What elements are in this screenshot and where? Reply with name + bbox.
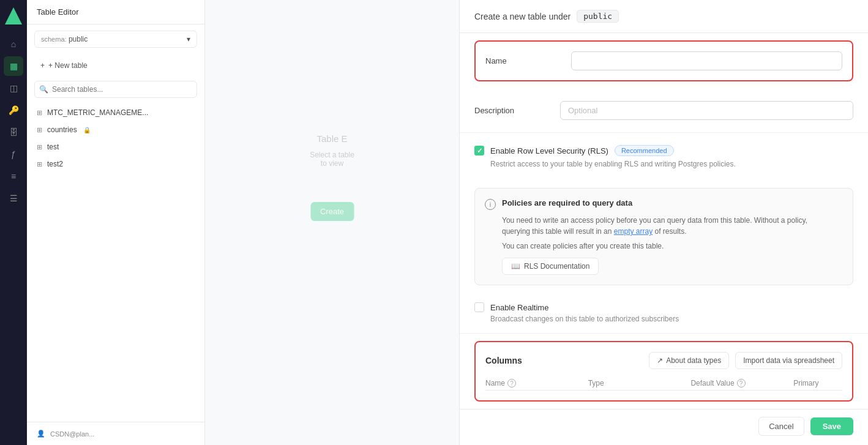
user-label: CSDN@plan... (50, 430, 94, 438)
realtime-section: Enable Realtime Broadcast changes on thi… (460, 293, 868, 334)
default-help-icon: ? (737, 379, 746, 387)
list-item[interactable]: ⊞ test (27, 138, 204, 155)
name-label: Name (485, 51, 559, 65)
info-icon: i (485, 199, 496, 210)
rls-section: Enable Row Level Security (RLS) Recommen… (460, 133, 868, 181)
description-input-container (560, 101, 853, 120)
col-header-type: Type (588, 379, 686, 387)
sidebar-icons: ⌂ ▦ ◫ 🔑 🗄 ƒ ≡ ☰ (0, 0, 27, 445)
plus-icon: + (40, 61, 45, 70)
table-name: test2 (47, 160, 63, 168)
center-select-hint: Select a tableto view (271, 151, 394, 168)
col-header-name: Name ? (485, 379, 583, 387)
rls-row: Enable Row Level Security (RLS) Recommen… (474, 145, 853, 156)
name-help-icon: ? (507, 379, 516, 387)
schema-selector[interactable]: schema: public ▾ (34, 31, 197, 48)
form-header: Create a new table under public (460, 0, 868, 33)
table-row-icon: ⊞ (37, 160, 42, 168)
col-header-primary: Primary (793, 379, 842, 387)
new-table-button[interactable]: + + New table (34, 58, 197, 73)
home-nav-icon[interactable]: ⌂ (4, 34, 23, 54)
table-name: test (47, 143, 59, 151)
table-row-icon: ⊞ (37, 143, 42, 151)
columns-actions: ↗ About data types Import data via sprea… (649, 352, 842, 369)
policy-header: i Policies are required to query data (485, 198, 843, 210)
center-content-area: Table E Select a tableto view Create (205, 0, 459, 445)
table-name: countries (47, 125, 77, 134)
rls-label: Enable Row Level Security (RLS) (490, 146, 608, 155)
realtime-description: Broadcast changes on this table to autho… (490, 315, 853, 323)
functions-nav-icon[interactable]: ƒ (4, 144, 23, 164)
policy-description: You need to write an access policy befor… (502, 215, 843, 237)
policy-desc-text3: of results. (654, 227, 686, 236)
table-name: MTC_METRIC_MANAGEME... (47, 108, 148, 117)
search-tables-input[interactable] (34, 81, 197, 98)
save-button[interactable]: Save (810, 417, 853, 435)
schema-value: public (69, 35, 88, 43)
realtime-label: Enable Realtime (490, 303, 548, 312)
description-label: Description (474, 101, 548, 115)
name-field-section: Name (474, 40, 853, 81)
policy-note: You can create policies after you create… (502, 242, 843, 250)
search-tables-container: 🔍 (34, 81, 197, 98)
form-header-text: Create a new table under (474, 12, 571, 21)
schema-label: schema: (41, 36, 67, 43)
col-header-default: Default Value ? (690, 379, 788, 387)
list-item[interactable]: ⊞ countries 🔒 (27, 121, 204, 138)
import-label: Import data via spreadsheet (743, 356, 834, 365)
schema-public-badge: public (577, 10, 619, 23)
table-description-input[interactable] (560, 101, 853, 120)
table-list: ⊞ MTC_METRIC_MANAGEME... ⊞ countries 🔒 ⊞… (27, 102, 204, 422)
import-spreadsheet-button[interactable]: Import data via spreadsheet (735, 352, 842, 369)
columns-title: Columns (485, 356, 522, 365)
list-item[interactable]: ⊞ test2 (27, 155, 204, 173)
recommended-badge: Recommended (615, 145, 674, 156)
lock-icon: 🔒 (83, 127, 91, 133)
logs-nav-icon[interactable]: ☰ (4, 189, 23, 208)
bottom-user-area: 👤 CSDN@plan... (27, 422, 204, 445)
columns-table-header: Name ? Type Default Value ? Primary (485, 376, 842, 391)
external-link-icon: ↗ (657, 356, 663, 365)
policy-title: Policies are required to query data (502, 198, 632, 208)
auth-nav-icon[interactable]: 🔑 (4, 100, 23, 120)
description-form-row: Description (474, 101, 853, 120)
rls-doc-label: RLS Documentation (524, 262, 589, 271)
cancel-button[interactable]: Cancel (758, 417, 804, 436)
table-editor-nav-icon[interactable]: ▦ (4, 56, 23, 76)
user-icon: 👤 (37, 430, 45, 438)
reports-nav-icon[interactable]: ≡ (4, 166, 23, 186)
about-data-types-label: About data types (666, 356, 721, 365)
policy-info-box: i Policies are required to query data Yo… (474, 188, 853, 285)
columns-header: Columns ↗ About data types Import data v… (485, 352, 842, 369)
empty-array-link[interactable]: empty array (614, 227, 653, 236)
table-name-input[interactable] (571, 51, 842, 70)
policy-desc-text2: querying this table will result in an (502, 227, 612, 236)
chevron-down-icon: ▾ (187, 35, 190, 43)
new-table-label: + New table (48, 61, 88, 70)
name-form-row: Name (485, 51, 842, 70)
app-logo (5, 7, 22, 24)
create-table-center-button[interactable]: Create (310, 202, 354, 221)
footer-actions: Cancel Save (460, 409, 868, 443)
table-row-icon: ⊞ (37, 109, 42, 117)
about-data-types-button[interactable]: ↗ About data types (649, 352, 729, 369)
rls-documentation-button[interactable]: 📖 RLS Documentation (502, 258, 599, 275)
api-nav-icon[interactable]: ◫ (4, 78, 23, 98)
panel-title: Table Editor (37, 7, 79, 17)
left-panel: Table Editor schema: public ▾ + + New ta… (27, 0, 205, 445)
policy-desc-text1: You need to write an access policy befor… (502, 216, 807, 225)
center-table-label: Table E (316, 133, 347, 144)
columns-section: Columns ↗ About data types Import data v… (474, 341, 853, 402)
realtime-checkbox[interactable] (474, 302, 484, 312)
table-row-icon: ⊞ (37, 126, 42, 134)
storage-nav-icon[interactable]: 🗄 (4, 122, 23, 142)
realtime-row: Enable Realtime (474, 302, 853, 312)
rls-description: Restrict access to your table by enablin… (490, 160, 853, 168)
list-item[interactable]: ⊞ MTC_METRIC_MANAGEME... (27, 104, 204, 121)
name-input-container (571, 51, 842, 70)
rls-checkbox[interactable] (474, 146, 484, 155)
book-icon: 📖 (511, 262, 520, 271)
right-panel: Create a new table under public Name Des… (459, 0, 868, 445)
description-field-section: Description (460, 89, 868, 133)
search-icon: 🔍 (39, 85, 48, 94)
